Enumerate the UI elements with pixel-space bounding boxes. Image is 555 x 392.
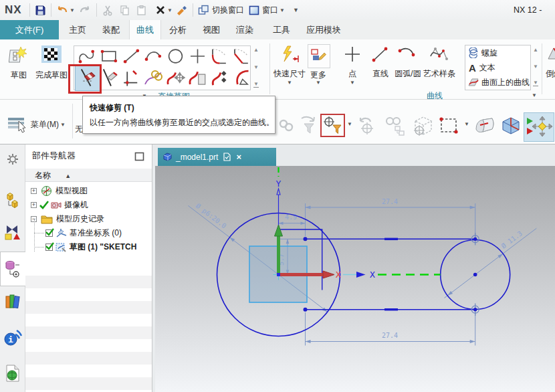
tree-row-cameras[interactable]: + 摄像机 bbox=[25, 198, 152, 212]
select-rectangle-icon[interactable] bbox=[439, 116, 460, 136]
panel-pin-icon[interactable] bbox=[134, 152, 144, 161]
profile-tool-icon[interactable] bbox=[76, 47, 98, 66]
find-component-icon[interactable] bbox=[384, 116, 406, 136]
text-item[interactable]: A 文本 bbox=[465, 60, 530, 75]
part-tab[interactable]: _model1.prt × bbox=[158, 148, 276, 166]
gallery-scroll[interactable]: ▲ ▼ ▼ bbox=[251, 47, 261, 88]
rectangle-tool-icon[interactable] bbox=[98, 47, 120, 66]
tree-row-csys[interactable]: 基准坐标系 (0) bbox=[25, 226, 152, 240]
finish-sketch-button[interactable]: 完成草图 bbox=[35, 45, 68, 68]
more-button[interactable]: 更多 ▼ bbox=[308, 44, 329, 67]
close-tab-icon[interactable]: × bbox=[236, 152, 241, 162]
tab-curve[interactable]: 曲线 bbox=[129, 20, 161, 39]
tab-home[interactable]: 主页 bbox=[62, 20, 93, 39]
tree-row-sketch[interactable]: 草图 (1) "SKETCH bbox=[25, 240, 152, 254]
gallery-more-icon[interactable]: ▼ bbox=[253, 82, 259, 88]
make-corner-icon[interactable] bbox=[120, 68, 142, 88]
tree-row-history[interactable]: − 模型历史记录 bbox=[25, 212, 152, 226]
mirror-curve-icon[interactable] bbox=[187, 68, 209, 88]
selection-scope-icon[interactable] bbox=[322, 116, 343, 135]
pattern-curve-icon[interactable] bbox=[164, 68, 187, 88]
chamfer-tool-icon[interactable] bbox=[231, 47, 253, 66]
helix-item[interactable]: 螺旋 bbox=[465, 45, 530, 60]
tooltip-title: 快速修剪 (T) bbox=[90, 102, 134, 114]
show-only-icon[interactable] bbox=[410, 114, 435, 137]
tab-file[interactable]: 文件(F) bbox=[0, 20, 59, 39]
delete-button[interactable]: ▼ bbox=[155, 0, 173, 20]
arc-circle-button[interactable]: 圆弧/圆 bbox=[393, 45, 423, 66]
interpart-link-icon[interactable] bbox=[277, 117, 297, 134]
reuse-library-tab[interactable] bbox=[0, 292, 25, 310]
art-spline-button[interactable]: 艺术样条 bbox=[424, 45, 455, 66]
tab-view[interactable]: 视图 bbox=[196, 20, 227, 39]
select-rect-caret[interactable]: ▼ bbox=[464, 121, 469, 127]
tab-application[interactable]: 应用模块 bbox=[300, 20, 348, 39]
expand-icon[interactable]: + bbox=[31, 188, 37, 194]
point-button[interactable]: 点 ▼ bbox=[341, 45, 364, 66]
sketch-canvas[interactable]: 27.4 27.4 4.9 5.7 Ø p6:20.0 Ø 11.3 bbox=[155, 166, 555, 392]
format-brush-button[interactable] bbox=[176, 0, 189, 20]
history-tab[interactable] bbox=[0, 364, 25, 383]
point-tool-icon[interactable] bbox=[187, 47, 209, 66]
more-caret[interactable]: ▼ bbox=[316, 80, 321, 86]
chamfer-partial-button[interactable]: 倒斜角 bbox=[546, 45, 555, 87]
fillet-tool-icon[interactable] bbox=[209, 47, 231, 66]
undo-caret[interactable]: ▼ bbox=[70, 7, 75, 13]
constraint-navigator-tab[interactable] bbox=[0, 223, 25, 241]
resource-options-button[interactable] bbox=[0, 153, 25, 166]
filter-reset-icon[interactable] bbox=[299, 116, 318, 136]
menu-button[interactable]: 菜单(M) ▼ bbox=[7, 116, 66, 133]
window-caret[interactable]: ▼ bbox=[280, 7, 285, 13]
quick-dimension-caret[interactable]: ▼ bbox=[287, 80, 292, 86]
expand-icon[interactable]: + bbox=[31, 202, 37, 208]
intersection-point-icon[interactable] bbox=[209, 68, 231, 88]
curve-on-surface-item[interactable]: 曲面上的曲线 bbox=[465, 75, 530, 90]
dim-big-circle[interactable]: Ø p6:20.0 bbox=[195, 202, 228, 230]
undo-button[interactable]: ▼ bbox=[56, 0, 75, 20]
tree-row-model-views[interactable]: + 模型视图 bbox=[25, 184, 152, 198]
undo-selection-icon[interactable] bbox=[356, 116, 378, 136]
tab-assembly[interactable]: 装配 bbox=[96, 20, 126, 39]
scope-caret[interactable]: ▼ bbox=[347, 121, 352, 127]
delete-caret[interactable]: ▼ bbox=[167, 7, 173, 13]
curve-group-caret[interactable]: ▼ bbox=[532, 92, 537, 98]
circle-tool-icon[interactable] bbox=[164, 47, 187, 66]
move-component-button[interactable] bbox=[524, 112, 554, 142]
list-scroll[interactable]: ▲ ▼ ▼ bbox=[531, 47, 540, 86]
arc-tool-icon[interactable] bbox=[142, 47, 164, 66]
paste-button[interactable] bbox=[136, 0, 147, 20]
offset-curve-icon[interactable] bbox=[142, 68, 164, 88]
section-view-icon[interactable] bbox=[500, 115, 522, 136]
part-navigator-tab[interactable] bbox=[0, 260, 25, 278]
gallery-scroll-up-icon[interactable]: ▲ bbox=[253, 47, 259, 53]
window-button[interactable]: 窗口 ▼ bbox=[249, 0, 285, 20]
assembly-navigator-tab[interactable] bbox=[0, 191, 25, 209]
qat-customize-button[interactable]: ▼ bbox=[293, 0, 299, 20]
copy-button[interactable] bbox=[119, 0, 130, 20]
tab-analysis[interactable]: 分析 bbox=[162, 20, 193, 39]
cut-button[interactable] bbox=[102, 0, 114, 20]
sketch-checkbox[interactable] bbox=[45, 243, 53, 251]
save-button[interactable] bbox=[35, 0, 46, 20]
line-button[interactable]: 直线 bbox=[367, 45, 394, 66]
gallery-scroll-down-icon[interactable]: ▼ bbox=[253, 65, 259, 70]
web-browser-tab[interactable]: i bbox=[0, 328, 25, 347]
list-more-icon[interactable]: ▼ bbox=[533, 80, 538, 86]
menu-label: 菜单(M) bbox=[31, 119, 59, 130]
quick-dimension-button[interactable]: 快速尺寸 ▼ bbox=[275, 45, 304, 67]
list-scroll-down-icon[interactable]: ▼ bbox=[533, 64, 538, 70]
conic-tool-icon[interactable] bbox=[231, 68, 253, 88]
snap-point-icon[interactable] bbox=[473, 114, 497, 137]
navigator-column-header[interactable]: 名称 ▲ bbox=[25, 169, 152, 182]
tab-render[interactable]: 渲染 bbox=[229, 20, 260, 39]
csys-checkbox[interactable] bbox=[45, 229, 53, 237]
dim-bottom[interactable]: 27.4 bbox=[382, 332, 398, 339]
switch-window-button[interactable]: 切换窗口 bbox=[198, 0, 244, 20]
list-scroll-up-icon[interactable]: ▲ bbox=[533, 47, 538, 53]
tab-tools[interactable]: 工具 bbox=[266, 20, 297, 39]
point-caret[interactable]: ▼ bbox=[350, 80, 355, 86]
redo-button[interactable] bbox=[79, 0, 91, 20]
line-tool-icon[interactable] bbox=[120, 47, 142, 66]
sketch-button[interactable]: 草图 bbox=[9, 45, 29, 68]
dim-top[interactable]: 27.4 bbox=[382, 198, 398, 205]
